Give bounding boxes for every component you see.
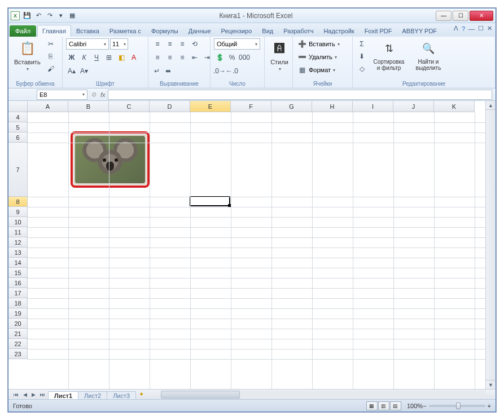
sheet-tab-2[interactable]: Лист2 xyxy=(78,391,107,400)
align-bottom-icon[interactable]: ≡ xyxy=(177,38,188,50)
col-header-F[interactable]: F xyxy=(231,101,271,112)
view-layout-icon[interactable]: ▥ xyxy=(378,401,389,410)
currency-icon[interactable]: 💲 xyxy=(214,52,225,63)
dec-decimal-icon[interactable]: ←.0 xyxy=(226,65,238,77)
col-header-B[interactable]: B xyxy=(68,101,109,112)
font-size-combo[interactable]: 11▾ xyxy=(110,38,128,50)
row-header-14[interactable]: 14 xyxy=(8,258,28,268)
row-header-8[interactable]: 8 xyxy=(8,197,28,207)
window-min-icon[interactable]: — xyxy=(468,25,475,32)
fill-icon[interactable]: ⬇ xyxy=(356,51,367,62)
scroll-down-icon[interactable]: ▼ xyxy=(486,380,496,389)
cells-delete-button[interactable]: ➖Удалить▾ xyxy=(296,51,337,63)
qat-undo-icon[interactable]: ↶ xyxy=(33,11,43,21)
tab-view[interactable]: Вид xyxy=(257,25,278,37)
window-close-icon[interactable]: ✕ xyxy=(487,25,492,32)
cells-format-button[interactable]: ▦Формат▾ xyxy=(296,64,335,76)
view-normal-icon[interactable]: ▦ xyxy=(366,401,378,410)
row-header-20[interactable]: 20 xyxy=(8,319,28,329)
row-header-11[interactable]: 11 xyxy=(8,227,28,237)
fx-icon[interactable]: fx xyxy=(100,91,106,98)
align-right-icon[interactable]: ≡ xyxy=(177,52,188,63)
qat-customize-icon[interactable]: ▾ xyxy=(56,11,66,21)
italic-button[interactable]: К xyxy=(78,52,90,63)
format-painter-icon[interactable]: 🖌 xyxy=(45,63,56,74)
align-middle-icon[interactable]: ≡ xyxy=(164,38,176,50)
col-header-J[interactable]: J xyxy=(393,101,434,112)
sheet-nav-prev-icon[interactable]: ◀ xyxy=(21,392,29,397)
formula-input[interactable] xyxy=(108,90,492,100)
grow-font-icon[interactable]: A▴ xyxy=(66,65,77,77)
row-header-21[interactable]: 21 xyxy=(8,329,28,339)
sheet-nav-next-icon[interactable]: ▶ xyxy=(30,392,37,397)
clear-icon[interactable]: ◇ xyxy=(356,63,367,74)
row-header-23[interactable]: 23 xyxy=(8,349,28,359)
wrap-text-icon[interactable]: ↵ xyxy=(152,65,162,77)
maximize-button[interactable]: ☐ xyxy=(453,11,468,21)
cut-icon[interactable]: ✂ xyxy=(45,38,56,50)
row-header-7[interactable]: 7 xyxy=(8,143,28,197)
fill-color-button[interactable]: ◧ xyxy=(116,52,127,63)
col-header-D[interactable]: D xyxy=(150,101,190,112)
styles-button[interactable]: 🅰 Стили ▾ xyxy=(268,38,291,73)
row-header-22[interactable]: 22 xyxy=(8,339,28,349)
tab-formulas[interactable]: Формулы xyxy=(146,25,183,37)
row-header-6[interactable]: 6 xyxy=(8,132,28,143)
row-header-16[interactable]: 16 xyxy=(8,278,28,288)
minimize-button[interactable]: — xyxy=(436,11,452,21)
row-header-19[interactable]: 19 xyxy=(8,308,28,319)
qat-new-icon[interactable]: ▦ xyxy=(67,11,77,21)
row-header-17[interactable]: 17 xyxy=(8,288,28,298)
tab-review[interactable]: Рецензиро xyxy=(216,25,257,37)
view-pagebreak-icon[interactable]: ▤ xyxy=(390,401,401,410)
row-header-10[interactable]: 10 xyxy=(8,217,28,227)
sheet-tab-1[interactable]: Лист1 xyxy=(48,391,78,400)
sheet-tab-3[interactable]: Лист3 xyxy=(107,391,136,400)
row-header-18[interactable]: 18 xyxy=(8,298,28,308)
percent-icon[interactable]: % xyxy=(226,52,238,63)
inc-decimal-icon[interactable]: .0→ xyxy=(214,65,225,77)
orientation-icon[interactable]: ⟲ xyxy=(189,38,200,50)
shrink-font-icon[interactable]: A▾ xyxy=(78,65,90,77)
font-color-button[interactable]: A xyxy=(128,52,139,63)
select-all-corner[interactable] xyxy=(8,101,28,112)
number-format-combo[interactable]: Общий▾ xyxy=(214,38,260,50)
embedded-image[interactable] xyxy=(71,131,150,188)
align-left-icon[interactable]: ≡ xyxy=(152,52,163,63)
underline-button[interactable]: Ч xyxy=(91,52,102,63)
col-header-K[interactable]: K xyxy=(434,101,475,112)
zoom-thumb[interactable] xyxy=(456,403,461,409)
zoom-slider[interactable] xyxy=(429,405,485,407)
font-name-combo[interactable]: Calibri▾ xyxy=(66,38,109,50)
col-header-G[interactable]: G xyxy=(271,101,312,112)
sort-filter-button[interactable]: ⇅ Сортировка и фильтр xyxy=(370,38,408,72)
align-top-icon[interactable]: ≡ xyxy=(152,38,163,50)
row-header-4[interactable]: 4 xyxy=(8,112,28,122)
border-button[interactable]: ⊞ xyxy=(103,52,115,63)
tab-layout[interactable]: Разметка с xyxy=(104,25,146,37)
tab-data[interactable]: Данные xyxy=(183,25,216,37)
col-header-H[interactable]: H xyxy=(312,101,353,112)
comma-icon[interactable]: 000 xyxy=(239,52,250,63)
row-header-13[interactable]: 13 xyxy=(8,247,28,258)
minimize-ribbon-icon[interactable]: ᐱ xyxy=(454,25,458,32)
sheet-nav-first-icon[interactable]: ⏮ xyxy=(12,392,20,397)
col-header-E[interactable]: E xyxy=(190,101,231,112)
new-sheet-icon[interactable]: ✦ xyxy=(139,391,144,398)
autosum-icon[interactable]: Σ xyxy=(356,38,367,50)
tab-foxit[interactable]: Foxit PDF xyxy=(360,25,397,37)
row-header-9[interactable]: 9 xyxy=(8,207,28,217)
tab-abbyy[interactable]: ABBYY PDF xyxy=(397,25,442,37)
spreadsheet-grid[interactable]: ABCDEFGHIJK 4567891011121314151617181920… xyxy=(8,101,496,399)
merge-icon[interactable]: ⬌ xyxy=(163,65,173,77)
paste-button[interactable]: 📋 Вставить ▾ xyxy=(12,38,43,73)
cells-insert-button[interactable]: ➕Вставить▾ xyxy=(296,38,340,50)
col-header-I[interactable]: I xyxy=(353,101,393,112)
col-header-C[interactable]: C xyxy=(109,101,150,112)
zoom-out-button[interactable]: − xyxy=(423,403,426,409)
row-header-12[interactable]: 12 xyxy=(8,237,28,247)
indent-dec-icon[interactable]: ⇤ xyxy=(189,52,200,63)
cancel-formula-icon[interactable]: ⊘ xyxy=(91,91,97,98)
file-tab[interactable]: Файл xyxy=(10,25,36,37)
close-button[interactable]: ✕ xyxy=(470,11,493,21)
